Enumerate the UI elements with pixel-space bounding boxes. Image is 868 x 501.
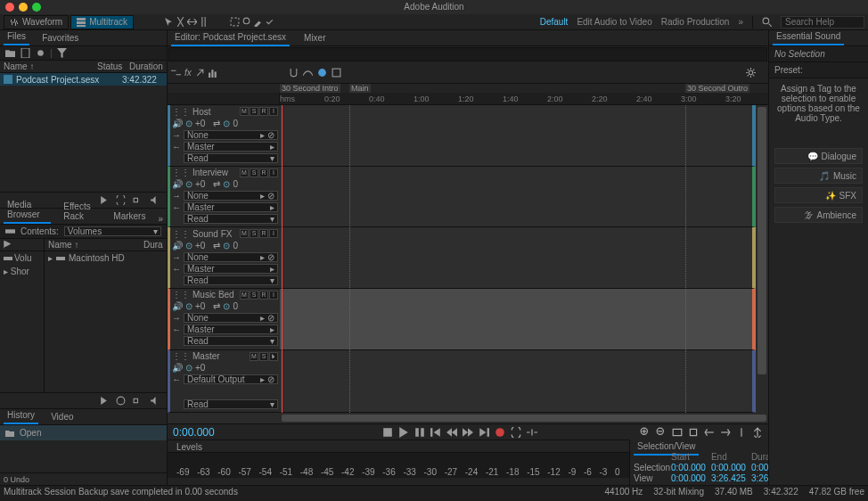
loop-button[interactable]: [511, 427, 521, 438]
fast-forward-button[interactable]: [463, 427, 473, 438]
contents-dropdown[interactable]: Volumes▾: [64, 226, 161, 236]
selection-start[interactable]: 0:00.000: [671, 463, 706, 472]
automation-mode-dropdown[interactable]: Read▾: [184, 399, 278, 409]
pan-knob[interactable]: ⊙: [223, 179, 230, 189]
horizontal-scrollbar[interactable]: [280, 413, 768, 423]
timecode-display[interactable]: 0:00.000: [173, 426, 280, 439]
envelope-icon[interactable]: [303, 68, 313, 78]
volume-value[interactable]: +0: [195, 241, 205, 250]
editor-file-bar[interactable]: [168, 47, 767, 62]
tool-marquee-icon[interactable]: [230, 17, 240, 27]
zoom-vertical-in-icon[interactable]: [736, 427, 747, 438]
output-dropdown[interactable]: Master▸: [184, 264, 278, 274]
track-header[interactable]: ⋮⋮ Master M S ⏵ 🔊 ⊙ +0 ←Default Output▸ …: [168, 350, 280, 413]
minimize-window-button[interactable]: [19, 3, 28, 12]
track-handle-icon[interactable]: ⋮⋮: [172, 290, 190, 300]
output-dropdown[interactable]: Master▸: [184, 142, 278, 152]
view-start[interactable]: 0:00.000: [671, 473, 706, 483]
mute-button[interactable]: M: [240, 107, 249, 116]
view-end[interactable]: 3:26.425: [711, 473, 746, 483]
track-lane[interactable]: [280, 350, 756, 413]
sends-icon[interactable]: [195, 68, 205, 78]
go-to-start-button[interactable]: [430, 427, 441, 438]
col-name[interactable]: Name ↑: [45, 239, 140, 250]
marker-main[interactable]: Main: [349, 84, 371, 93]
rewind-button[interactable]: [446, 427, 457, 438]
zoom-out-icon[interactable]: [656, 427, 667, 438]
loop-preview-icon[interactable]: [116, 396, 126, 406]
automation-mode-dropdown[interactable]: Read▾: [184, 336, 278, 346]
preset-dropdown[interactable]: Preset:: [769, 62, 868, 78]
workspace-radio[interactable]: Radio Production: [661, 17, 730, 27]
tool-razor-icon[interactable]: [176, 17, 185, 27]
zoom-out-point-icon[interactable]: [720, 427, 731, 438]
track-handle-icon[interactable]: ⋮⋮: [172, 351, 190, 361]
selection-end[interactable]: 0:00.000: [711, 463, 746, 472]
automation-mode-dropdown[interactable]: Read▾: [184, 214, 278, 224]
clip-gain-icon[interactable]: [317, 68, 327, 78]
loop-preview-icon[interactable]: [116, 195, 126, 205]
snapping-icon[interactable]: [289, 68, 299, 78]
input-dropdown[interactable]: None▸ ⊘: [184, 252, 278, 262]
marker-intro[interactable]: 30 Second Intro: [280, 84, 340, 93]
col-name[interactable]: Name ↑: [0, 61, 94, 72]
autoplay-icon[interactable]: [133, 195, 143, 205]
tool-heal-icon[interactable]: [265, 17, 274, 27]
file-row[interactable]: Podcast Project.sesx 3:42.322: [0, 73, 167, 86]
mute-button[interactable]: M: [240, 229, 249, 238]
volume-knob[interactable]: ⊙: [185, 179, 192, 189]
volume-knob[interactable]: ⊙: [185, 301, 192, 311]
shortcut-row[interactable]: ▸ Shor: [0, 265, 44, 278]
pan-knob[interactable]: ⊙: [223, 241, 230, 250]
tool-lasso-icon[interactable]: [242, 17, 251, 27]
zoom-full-icon[interactable]: [672, 427, 683, 438]
track-header[interactable]: ⋮⋮ Music Bed M S R I 🔊 ⊙ +0 ⇄ ⊙ 0 →None▸…: [168, 289, 280, 350]
mute-button[interactable]: M: [240, 168, 249, 177]
solo-button[interactable]: S: [250, 168, 258, 177]
mute-button[interactable]: M: [240, 291, 249, 300]
pan-value[interactable]: 0: [233, 241, 238, 250]
track-name[interactable]: Host: [192, 107, 211, 117]
input-monitor-button[interactable]: I: [269, 168, 278, 177]
shortcut-row[interactable]: Volu: [0, 251, 44, 265]
tab-markers[interactable]: Markers: [110, 209, 149, 224]
filter-icon[interactable]: [57, 48, 67, 58]
essential-sound-tag-dialogue[interactable]: 💬Dialogue: [774, 148, 863, 164]
tab-files[interactable]: Files: [4, 29, 29, 45]
track-name[interactable]: Master: [192, 351, 220, 361]
track-header[interactable]: ⋮⋮ Sound FX M S R I 🔊 ⊙ +0 ⇄ ⊙ 0 →None▸ …: [168, 227, 280, 289]
go-to-end-button[interactable]: [479, 427, 489, 438]
tab-mixer[interactable]: Mixer: [300, 30, 329, 45]
open-file-icon[interactable]: [5, 48, 15, 58]
pan-value[interactable]: 0: [233, 301, 238, 311]
tab-history[interactable]: History: [4, 407, 38, 424]
pan-knob[interactable]: ⊙: [223, 119, 230, 128]
zoom-selection-icon[interactable]: [688, 427, 699, 438]
zoom-in-point-icon[interactable]: [704, 427, 715, 438]
track-lane[interactable]: [280, 289, 756, 350]
input-monitor-button[interactable]: I: [269, 107, 278, 116]
zoom-vertical-out-icon[interactable]: [752, 427, 763, 438]
input-monitor-button[interactable]: I: [269, 291, 278, 300]
workspace-more-icon[interactable]: »: [738, 17, 743, 27]
track-handle-icon[interactable]: ⋮⋮: [172, 168, 190, 177]
toggle-inputs-icon[interactable]: [171, 68, 181, 78]
search-input[interactable]: [781, 16, 864, 29]
volume-value[interactable]: +0: [195, 119, 205, 128]
record-file-icon[interactable]: [36, 48, 45, 58]
volume-preview-icon[interactable]: [150, 195, 160, 205]
tab-media-browser[interactable]: Media Browser: [4, 197, 51, 224]
output-dropdown[interactable]: Default Output▸ ⊘: [184, 374, 278, 384]
waveform-mode-button[interactable]: Waveform: [4, 15, 69, 29]
track-lane[interactable]: [280, 227, 756, 289]
track-name[interactable]: Sound FX: [192, 229, 232, 239]
fx-button[interactable]: fx: [184, 68, 192, 78]
gear-icon[interactable]: [746, 68, 756, 78]
close-window-button[interactable]: [5, 3, 14, 12]
tab-favorites[interactable]: Favorites: [38, 30, 82, 45]
essential-sound-tag-sfx[interactable]: ✨SFX: [774, 187, 863, 203]
arm-record-button[interactable]: R: [259, 229, 268, 238]
volume-knob[interactable]: ⊙: [185, 363, 192, 373]
output-dropdown[interactable]: Master▸: [184, 324, 278, 334]
track-lane[interactable]: [280, 105, 756, 167]
